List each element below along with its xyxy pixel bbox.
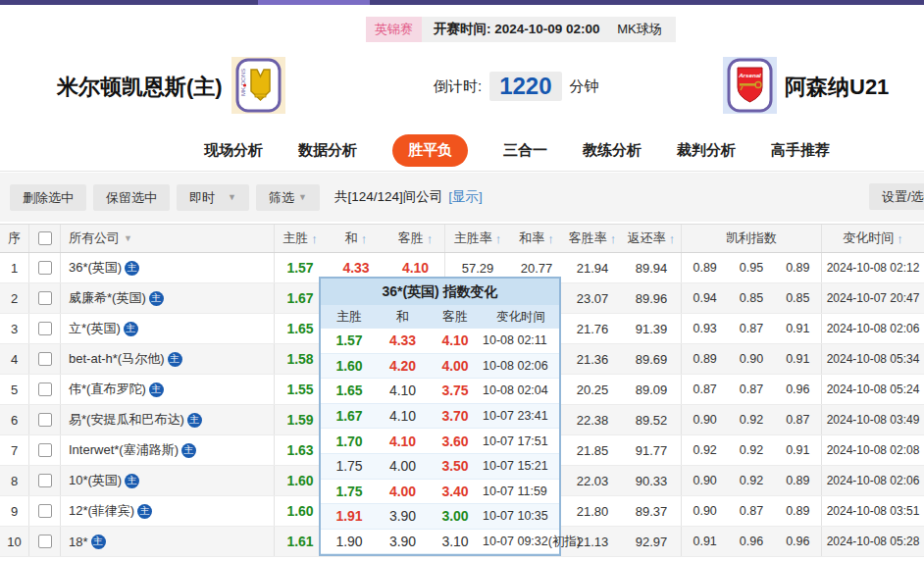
- settings-button[interactable]: 设置/选择: [869, 183, 924, 210]
- top-scroll-thumb[interactable]: [258, 0, 370, 5]
- kelly-cell: 0.900.920.89: [682, 466, 822, 495]
- row-checkbox-cell: [29, 314, 61, 343]
- row-index: 7: [0, 435, 29, 465]
- kelly-cell: 0.910.960.96: [682, 527, 822, 556]
- company-name[interactable]: 伟*(直布罗陀): [69, 381, 146, 398]
- row-checkbox[interactable]: [38, 413, 52, 427]
- kelly-value: 0.94: [682, 291, 728, 305]
- header-home-odds[interactable]: 主胜↑: [275, 225, 326, 252]
- return-rate: 91.77: [622, 435, 682, 465]
- row-checkbox[interactable]: [38, 535, 52, 548]
- row-checkbox[interactable]: [38, 443, 52, 457]
- row-index: 3: [0, 314, 29, 343]
- popup-home-odds: 1.57: [321, 332, 378, 348]
- keep-selected-button[interactable]: 保留选中: [93, 184, 170, 211]
- svg-text:Arsenal: Arsenal: [738, 72, 761, 78]
- company-name[interactable]: 36*(英国): [69, 259, 122, 277]
- sort-asc-icon: ↑: [669, 231, 676, 246]
- company-name[interactable]: 立*(英国): [69, 320, 121, 337]
- popup-history-row: 1.903.903.1010-07 09:32(初指): [321, 530, 559, 555]
- nav-tab-教练分析[interactable]: 教练分析: [583, 141, 642, 160]
- kelly-value: 0.93: [682, 322, 728, 335]
- company-name[interactable]: 12*(菲律宾): [69, 502, 134, 520]
- popup-history-row: 1.574.334.1010-08 02:11: [321, 329, 559, 354]
- popup-home-odds: 1.65: [321, 382, 378, 398]
- popup-body: 1.574.334.1010-08 02:111.604.204.0010-08…: [321, 329, 559, 554]
- kelly-cell: 0.900.870.89: [682, 496, 822, 526]
- row-checkbox-cell: [29, 527, 61, 556]
- change-time: 2024-10-08 05:34: [822, 344, 924, 374]
- popup-change-time: 10-07 23:41: [483, 409, 559, 423]
- header-home-label: 主胜: [282, 230, 308, 247]
- popup-home-odds: 1.90: [321, 534, 378, 549]
- sort-asc-icon: ↑: [495, 231, 502, 246]
- row-checkbox[interactable]: [38, 382, 52, 396]
- header-home-rate[interactable]: 主胜率↑: [445, 225, 510, 252]
- company-name[interactable]: 10*(英国): [69, 472, 122, 489]
- select-all-checkbox[interactable]: [38, 231, 52, 245]
- instant-dropdown-label: 即时: [189, 184, 215, 211]
- show-link[interactable]: [显示]: [448, 188, 483, 206]
- company-cell: bet-at-h*(马尔他)主: [61, 344, 275, 374]
- kelly-values: 0.900.920.89: [682, 474, 821, 487]
- row-checkbox[interactable]: [38, 474, 52, 487]
- kelly-values: 0.890.900.91: [682, 352, 821, 366]
- row-checkbox-cell: [29, 405, 61, 434]
- kelly-values: 0.910.960.96: [682, 535, 821, 548]
- row-checkbox[interactable]: [38, 322, 52, 335]
- company-name[interactable]: bet-at-h*(马尔他): [69, 350, 165, 368]
- analysis-nav: 现场分析数据分析胜平负三合一教练分析裁判分析高手推荐: [0, 130, 924, 172]
- nav-tab-胜平负[interactable]: 胜平负: [392, 134, 468, 167]
- instant-dropdown[interactable]: 即时 ▼: [177, 184, 249, 211]
- popup-home-odds: 1.67: [321, 408, 378, 424]
- nav-tab-三合一[interactable]: 三合一: [503, 141, 547, 160]
- home-badge-icon: 主: [181, 443, 196, 458]
- popup-change-time: 10-07 09:32(初指): [483, 534, 559, 550]
- header-return-rate[interactable]: 返还率↑: [622, 225, 682, 252]
- row-index: 6: [0, 405, 29, 434]
- row-checkbox[interactable]: [38, 261, 52, 275]
- kelly-value: 0.89: [682, 352, 728, 366]
- popup-history-row: 1.913.903.0010-07 10:35: [321, 504, 559, 530]
- row-checkbox[interactable]: [38, 291, 52, 305]
- nav-tab-裁判分析[interactable]: 裁判分析: [677, 141, 736, 160]
- return-rate: 89.09: [622, 375, 682, 404]
- league-badge[interactable]: 英锦赛: [366, 17, 422, 42]
- row-checkbox-cell: [29, 283, 61, 313]
- company-name[interactable]: 易*(安提瓜和巴布达): [69, 411, 184, 429]
- kelly-value: 0.85: [775, 291, 821, 305]
- company-name[interactable]: 18*: [69, 535, 88, 549]
- header-draw-odds[interactable]: 和↑: [326, 225, 386, 252]
- company-name[interactable]: 威廉希*(英国): [69, 289, 146, 307]
- row-checkbox-cell: [29, 466, 61, 495]
- header-draw-rate[interactable]: 和率↑: [510, 225, 563, 252]
- row-checkbox[interactable]: [38, 352, 52, 366]
- delete-selected-button[interactable]: 删除选中: [10, 184, 86, 211]
- nav-tab-数据分析[interactable]: 数据分析: [298, 141, 357, 160]
- return-rate: 89.37: [622, 496, 682, 526]
- odds-comparison-page: 英锦赛 开赛时间: 2024-10-09 02:00 MK球场 米尔顿凯恩斯(主…: [0, 0, 924, 561]
- away-team-name: 阿森纳U21: [785, 73, 889, 102]
- popup-header-draw: 和: [378, 308, 428, 326]
- sort-asc-icon: ↑: [361, 231, 368, 246]
- row-index: 5: [0, 375, 29, 404]
- nav-tab-高手推荐[interactable]: 高手推荐: [771, 141, 830, 160]
- company-name[interactable]: Interwet*(塞浦路斯): [69, 441, 179, 459]
- nav-tab-现场分析[interactable]: 现场分析: [204, 141, 263, 160]
- popup-draw-odds: 4.00: [378, 484, 428, 499]
- header-change-time[interactable]: 变化时间↑: [822, 225, 924, 252]
- kelly-value: 0.96: [728, 535, 774, 548]
- away-rate: 22.38: [563, 405, 622, 434]
- kelly-value: 0.89: [775, 504, 821, 518]
- filter-dropdown[interactable]: 筛选 ▼: [256, 184, 320, 211]
- popup-away-odds: 3.60: [428, 434, 483, 449]
- popup-change-time: 10-07 15:21: [483, 459, 559, 473]
- header-away-odds[interactable]: 客胜↑: [386, 225, 445, 252]
- header-home-rate-label: 主胜率: [454, 230, 492, 247]
- header-away-rate[interactable]: 客胜率↑: [563, 225, 622, 252]
- header-company[interactable]: 所有公司 ▼: [61, 225, 275, 252]
- popup-home-odds: 1.91: [321, 508, 378, 524]
- kelly-value: 0.96: [775, 535, 821, 548]
- row-checkbox[interactable]: [38, 504, 52, 518]
- popup-change-time: 10-08 02:11: [483, 333, 559, 347]
